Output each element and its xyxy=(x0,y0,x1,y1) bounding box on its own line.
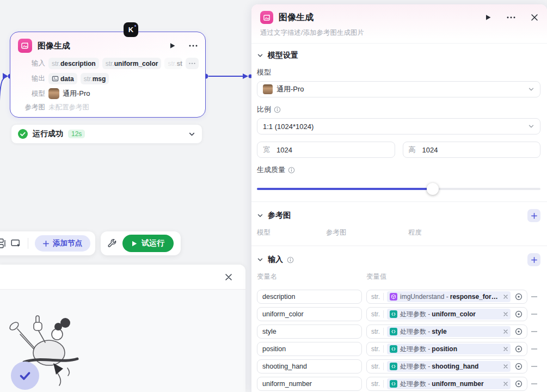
variable-name-input[interactable]: uniform_color xyxy=(257,307,362,321)
image-generation-icon xyxy=(260,11,273,24)
model-avatar xyxy=(48,88,59,99)
source-node-icon xyxy=(390,363,397,370)
variable-value-control[interactable]: str. 处理参数 - position xyxy=(366,342,527,356)
input-section-header[interactable]: 输入 xyxy=(251,246,547,272)
info-icon xyxy=(287,256,294,264)
canvas-toolbar: 添加节点 xyxy=(0,231,95,255)
input-variable-row: shooting_hand str. 处理参数 - shooting_hand xyxy=(257,359,540,373)
variable-value-control[interactable]: str. 处理参数 - style xyxy=(366,324,527,339)
remove-value-icon[interactable] xyxy=(501,312,508,316)
chevron-down-icon xyxy=(257,256,263,263)
variable-name-input[interactable]: description xyxy=(257,290,362,304)
source-node-icon xyxy=(390,328,397,335)
variable-value-control[interactable]: str. imgUnderstand - response_for_mo... xyxy=(366,290,527,304)
add-node-button[interactable]: 添加节点 xyxy=(35,235,90,252)
variable-name-input[interactable]: uniform_number xyxy=(257,377,362,391)
ratio-select[interactable]: 1:1 (1024*1024) xyxy=(257,118,540,134)
locate-source-icon[interactable] xyxy=(515,380,523,388)
variable-value-control[interactable]: str. 处理参数 - shooting_hand xyxy=(366,359,527,373)
run-toolbar: 试运行 xyxy=(101,231,181,255)
kling-logo-badge: K xyxy=(124,22,138,37)
remove-value-icon[interactable] xyxy=(501,382,508,386)
close-icon[interactable] xyxy=(225,273,232,281)
remove-row-button[interactable] xyxy=(527,348,540,350)
chevron-down-icon[interactable] xyxy=(188,131,195,138)
remove-value-icon[interactable] xyxy=(501,295,508,299)
remove-row-button[interactable] xyxy=(527,383,540,384)
toolbar-divider xyxy=(28,238,28,249)
variable-value-control[interactable]: str. 处理参数 - uniform_color xyxy=(366,307,527,321)
more-inputs-icon[interactable] xyxy=(186,58,199,69)
variable-name-input[interactable]: shooting_hand xyxy=(257,359,362,373)
panel-more-icon[interactable] xyxy=(507,16,515,19)
input-variable-row: uniform_color str. 处理参数 - uniform_color xyxy=(257,307,540,321)
variable-value-pill[interactable]: 处理参数 - uniform_number xyxy=(387,378,511,389)
run-status-bar[interactable]: 运行成功 12s xyxy=(11,124,202,144)
wrench-icon[interactable] xyxy=(107,238,117,248)
input-pill: str.uniform_color xyxy=(102,58,162,69)
remove-value-icon[interactable] xyxy=(501,364,508,369)
node-more-icon[interactable] xyxy=(189,45,198,47)
chevron-down-icon xyxy=(257,52,263,59)
slider-handle[interactable] xyxy=(427,183,439,195)
locate-source-icon[interactable] xyxy=(515,310,523,318)
run-status-text: 运行成功 xyxy=(33,129,63,139)
model-settings-section-header[interactable]: 模型设置 xyxy=(251,44,547,66)
try-run-button[interactable]: 试运行 xyxy=(122,235,174,252)
success-badge xyxy=(11,362,39,390)
input-variable-row: uniform_number str. 处理参数 - uniform_numbe… xyxy=(257,377,540,391)
close-icon[interactable] xyxy=(531,14,538,21)
locate-source-icon[interactable] xyxy=(515,328,523,335)
variable-value-pill[interactable]: imgUnderstand - response_for_mo... xyxy=(387,291,511,302)
source-node-icon xyxy=(390,345,397,353)
locate-source-icon[interactable] xyxy=(515,345,523,353)
model-avatar xyxy=(263,84,273,94)
add-input-button[interactable] xyxy=(527,253,540,266)
plus-icon xyxy=(43,241,49,247)
remove-value-icon[interactable] xyxy=(501,329,508,334)
node-reference-value: 未配置参考图 xyxy=(48,103,89,112)
add-reference-button[interactable] xyxy=(527,209,540,222)
input-rows: description str. imgUnderstand - respons… xyxy=(251,290,547,392)
remove-row-button[interactable] xyxy=(527,331,540,332)
output-pill: data xyxy=(48,73,77,84)
output-pill: str.msg xyxy=(81,73,109,84)
variable-value-pill[interactable]: 处理参数 - shooting_hand xyxy=(387,361,511,372)
height-input[interactable]: 高 1024 xyxy=(403,142,541,158)
quality-slider[interactable] xyxy=(257,183,540,195)
variable-value-pill[interactable]: 处理参数 - uniform_color xyxy=(387,309,511,320)
reference-section-header[interactable]: 参考图 xyxy=(251,202,547,228)
run-result-panel xyxy=(0,265,245,392)
layout-icon[interactable] xyxy=(0,238,7,248)
run-node-icon[interactable] xyxy=(485,14,491,21)
node-title: 图像生成 xyxy=(38,41,156,51)
locate-source-icon[interactable] xyxy=(515,293,523,301)
chevron-down-icon xyxy=(528,123,534,130)
remove-value-icon[interactable] xyxy=(501,347,508,351)
model-label: 模型 xyxy=(257,68,540,77)
variable-name-input[interactable]: style xyxy=(257,324,362,339)
locate-source-icon[interactable] xyxy=(515,363,523,370)
chevron-down-icon xyxy=(257,212,263,219)
variable-value-control[interactable]: str. 处理参数 - uniform_number xyxy=(366,377,527,391)
variable-value-pill[interactable]: 处理参数 - style xyxy=(387,326,511,337)
run-duration-badge: 12s xyxy=(68,130,85,138)
select-frame-icon[interactable] xyxy=(11,239,21,248)
variable-name-input[interactable]: position xyxy=(257,342,362,356)
panel-title: 图像生成 xyxy=(279,12,470,23)
node-input-label: 输入 xyxy=(17,59,45,68)
width-input[interactable]: 宽 1024 xyxy=(257,142,395,158)
input-variable-row: style str. 处理参数 - style xyxy=(257,324,540,339)
input-pill-truncated: str.styl xyxy=(164,58,182,69)
image-type-icon xyxy=(52,75,59,82)
remove-row-button[interactable] xyxy=(527,296,540,297)
run-node-icon[interactable] xyxy=(169,42,176,49)
reference-columns: 模型 参考图 程度 xyxy=(251,228,547,246)
quality-label: 生成质量 xyxy=(257,165,540,175)
remove-row-button[interactable] xyxy=(527,314,540,315)
source-node-icon xyxy=(390,293,397,301)
model-select[interactable]: 通用-Pro xyxy=(257,81,540,97)
remove-row-button[interactable] xyxy=(527,366,540,367)
image-generation-node[interactable]: K 图像生成 输入 str.description str.uniform_co… xyxy=(10,32,206,118)
variable-value-pill[interactable]: 处理参数 - position xyxy=(387,344,511,354)
